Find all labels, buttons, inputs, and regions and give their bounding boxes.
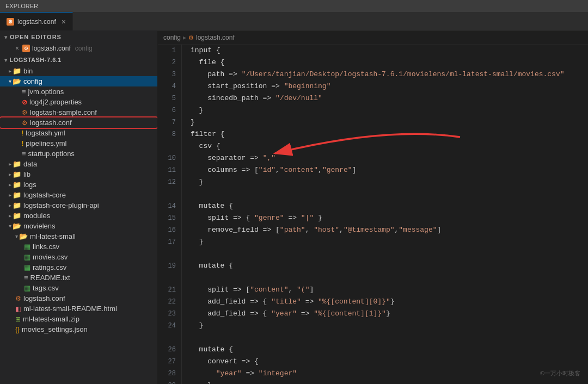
- tree-label-bin: bin: [23, 67, 33, 75]
- file-icon-gear: ⚙: [22, 45, 30, 52]
- tree-label-ratings-csv: ratings.csv: [33, 263, 66, 271]
- line-num-23: 23: [163, 308, 176, 320]
- tree-item-pipelines-yml[interactable]: ! pipelines.yml: [0, 138, 157, 148]
- tree-item-log4j2[interactable]: ⊘ log4j2.properties: [0, 97, 157, 107]
- breadcrumb-sep: ▸: [183, 34, 186, 41]
- open-editor-filename: logstash.conf: [32, 45, 71, 52]
- error-icon: ⊘: [22, 98, 27, 106]
- code-line-18: [191, 248, 579, 260]
- line-num-3: 3: [163, 69, 176, 80]
- breadcrumb-file[interactable]: logstash.conf: [196, 34, 235, 41]
- close-icon-small[interactable]: ×: [15, 45, 19, 52]
- code-line-8: filter {: [191, 128, 579, 140]
- code-line-21: split => ["content", "("]: [191, 284, 579, 296]
- warn-icon-pipelines: !: [22, 140, 23, 147]
- chevron-right-icon2: ▸: [9, 161, 11, 167]
- line-num-19: 19: [163, 260, 176, 272]
- tree-item-movies-csv[interactable]: ▦ movies.csv: [0, 252, 157, 262]
- tree-label-jvm: jvm.options: [28, 88, 64, 96]
- code-line-24: }: [191, 320, 579, 332]
- chevron-down-icon5: ▾: [15, 233, 18, 239]
- tree-item-ml-latest-small[interactable]: ▾ 📂 ml-latest-small: [0, 231, 157, 241]
- root-header[interactable]: ▾ LOGSTASH-7.6.1: [0, 54, 157, 66]
- code-line-4: start_position => "beginning": [191, 80, 579, 92]
- tree-item-lib[interactable]: ▸ 📁 lib: [0, 169, 157, 179]
- csv-icon-ratings: ▦: [24, 263, 30, 271]
- code-line-5: sincedb_path => "/dev/null": [191, 92, 579, 104]
- tree-item-logstash-core[interactable]: ▸ 📁 logstash-core: [0, 190, 157, 200]
- tree-label-movies-csv: movies.csv: [33, 253, 68, 261]
- tree-label-config: config: [23, 77, 42, 85]
- tree-item-ml-zip[interactable]: ⊞ ml-latest-small.zip: [0, 314, 157, 324]
- tree-item-logstash-sample[interactable]: ⚙ logstash-sample.conf: [0, 107, 157, 117]
- code-line-14: mutate {: [191, 200, 579, 212]
- csv-icon-links: ▦: [24, 243, 30, 251]
- folder-icon9: 📂: [13, 222, 21, 230]
- line-num-11: 11: [163, 164, 176, 176]
- tree-item-logs[interactable]: ▸ 📁 logs: [0, 179, 157, 190]
- code-line-12: }: [191, 176, 579, 188]
- tree-item-ratings-csv[interactable]: ▦ ratings.csv: [0, 262, 157, 272]
- txt-icon-readme: ≡: [24, 274, 28, 282]
- tree-item-readme-txt[interactable]: ≡ README.txt: [0, 272, 157, 283]
- csv-icon-movies: ▦: [24, 253, 30, 261]
- tree-item-config[interactable]: ▾ 📂 config: [0, 76, 157, 86]
- code-line-11: columns => ["id","content","genre"]: [191, 164, 579, 176]
- open-editors-section: ▾ OPEN EDITORS × ⚙ logstash.conf config: [0, 31, 157, 54]
- tree-item-startup-options[interactable]: ≡ startup.options: [0, 148, 157, 159]
- tree-item-data[interactable]: ▸ 📁 data: [0, 159, 157, 169]
- code-line-26: mutate {: [191, 344, 579, 356]
- tree-item-modules[interactable]: ▸ 📁 modules: [0, 210, 157, 221]
- tree-label-logstash-conf: logstash.conf: [30, 119, 72, 127]
- line-num-22: 22: [163, 296, 176, 308]
- tree-item-bin[interactable]: ▸ 📁 bin: [0, 66, 157, 76]
- line-num-7: 7: [163, 116, 176, 128]
- tree-item-jvm[interactable]: ≡ jvm.options: [0, 86, 157, 97]
- tab-close-icon[interactable]: ×: [62, 17, 66, 26]
- open-editor-context: config: [75, 45, 93, 52]
- tree-item-movielens[interactable]: ▾ 📂 movielens: [0, 221, 157, 231]
- tree-item-logstash-yml[interactable]: ! logstash.yml: [0, 128, 157, 138]
- code-line-17: }: [191, 236, 579, 248]
- tree-label-logstash-core: logstash-core: [23, 191, 66, 199]
- code-line-29: }: [191, 380, 579, 384]
- folder-icon4: 📁: [13, 170, 21, 178]
- tree-item-tags-csv[interactable]: ▦ tags.csv: [0, 283, 157, 293]
- tree-label-movies-json: movies_settings.json: [22, 325, 88, 333]
- editor-area: config ▸ ⚙ logstash.conf 1 2 3 4 5 6 7 8…: [158, 31, 588, 384]
- chevron-right-icon3: ▸: [9, 171, 11, 177]
- tab-icon-gear: ⚙: [7, 18, 14, 26]
- tree-label-logstash-conf-movielens: logstash.conf: [23, 294, 65, 302]
- tabbar: ⚙ logstash.conf ×: [0, 12, 588, 31]
- line-num-10: 10: [163, 152, 176, 164]
- code-line-25: [191, 332, 579, 344]
- code-editor[interactable]: 1 2 3 4 5 6 7 8 10 11 12 14 15 16 17 19: [158, 45, 588, 384]
- tree-item-logstash-conf-movielens[interactable]: ⚙ logstash.conf: [0, 293, 157, 304]
- tree-label-ml-zip: ml-latest-small.zip: [23, 315, 79, 323]
- open-editors-header[interactable]: ▾ OPEN EDITORS: [0, 31, 157, 43]
- chevron-right-icon5: ▸: [9, 192, 11, 198]
- open-editor-item[interactable]: × ⚙ logstash.conf config: [0, 43, 157, 54]
- chevron-down-icon3: ▾: [9, 78, 11, 84]
- code-line-9: csv {: [191, 140, 579, 152]
- html-icon-readme: ◧: [15, 305, 21, 313]
- tree-item-movies-json[interactable]: {} movies_settings.json: [0, 324, 157, 335]
- code-line-28: "year" => "integer": [191, 368, 579, 380]
- line-num-6: 6: [163, 104, 176, 116]
- code-line-27: convert => {: [191, 356, 579, 368]
- gear-icon-movielens: ⚙: [15, 295, 21, 302]
- tree-item-logstash-conf[interactable]: ⚙ logstash.conf: [0, 117, 157, 128]
- line-num-25: [163, 332, 176, 344]
- tree-label-readme-txt: README.txt: [30, 274, 70, 282]
- breadcrumb: config ▸ ⚙ logstash.conf: [158, 31, 588, 45]
- code-line-19: mutate {: [191, 260, 579, 272]
- tree-label-log4j2: log4j2.properties: [29, 98, 82, 106]
- tree-label-pipelines-yml: pipelines.yml: [26, 139, 66, 147]
- breadcrumb-config[interactable]: config: [163, 34, 181, 41]
- tree-item-ml-readme-html[interactable]: ◧ ml-latest-small-README.html: [0, 304, 157, 314]
- tree-item-links-csv[interactable]: ▦ links.csv: [0, 241, 157, 252]
- tree-item-logstash-core-plugin[interactable]: ▸ 📁 logstash-core-plugin-api: [0, 200, 157, 210]
- tab-label: logstash.conf: [17, 18, 56, 26]
- tab-logstash-conf[interactable]: ⚙ logstash.conf ×: [0, 12, 73, 30]
- titlebar: EXPLORER: [0, 0, 588, 12]
